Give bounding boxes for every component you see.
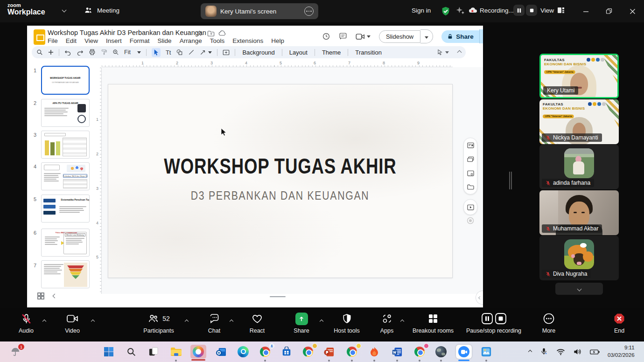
redo-icon[interactable]	[77, 49, 84, 56]
ai-companion-sparkle-icon[interactable]	[455, 6, 465, 15]
pause-recording-button[interactable]	[513, 5, 525, 16]
pill-more-icon[interactable]	[304, 7, 314, 16]
document-title[interactable]: Workshop Tugas Akhir D3 Perbankan dan Ke…	[48, 29, 206, 36]
slide-thumbnail-2[interactable]: APA ITU TUGAS AKHIR	[41, 99, 90, 127]
volume-icon[interactable]	[573, 348, 582, 355]
share-button[interactable]: Share	[441, 30, 479, 43]
collapse-toolbar-icon[interactable]	[457, 50, 462, 55]
menu-tools[interactable]: Tools	[209, 37, 226, 45]
stop-recording-icon[interactable]	[495, 313, 507, 325]
slide-thumbnail-7[interactable]	[41, 260, 90, 288]
tab-meeting[interactable]: Meeting	[84, 6, 119, 15]
menu-help[interactable]: Help	[270, 37, 285, 45]
slideshow-dropdown[interactable]	[420, 29, 433, 43]
background-button[interactable]: Background	[240, 49, 276, 56]
scroll-participants-button[interactable]	[555, 283, 603, 295]
taskbar-task-view[interactable]	[146, 345, 161, 359]
taskbar-edge[interactable]	[235, 345, 251, 359]
strip-resize-handle[interactable]	[509, 172, 513, 189]
participant-tile-diva[interactable]: Diva Nugraha	[539, 236, 619, 280]
stop-recording-button[interactable]	[526, 5, 537, 16]
slide-thumbnail-6[interactable]: Fokus BAB 1 Pendahuluan Menulis Latar Be…	[41, 229, 90, 257]
participant-tile-kery[interactable]: FAKULTAS EKONOMI DAN BISNIS UPN "Veteran…	[539, 54, 619, 98]
arrow-tool[interactable]	[200, 49, 212, 56]
search-icon[interactable]	[36, 49, 43, 56]
minimize-button[interactable]	[580, 5, 592, 17]
taskbar-chrome-profile2[interactable]	[300, 345, 316, 359]
breakout-rooms-button[interactable]: Breakout rooms	[403, 312, 463, 334]
share-dropdown[interactable]	[479, 29, 483, 43]
text-tool[interactable]: Tt	[166, 49, 171, 56]
zoom-in-icon[interactable]	[112, 49, 119, 56]
current-slide[interactable]: WORKSHOP TUGAS AKHIR D3 PERBANKAN DAN KE…	[108, 84, 453, 278]
menu-extensions[interactable]: Extensions	[231, 37, 264, 45]
play-media-icon[interactable]	[467, 204, 474, 210]
version-history-icon[interactable]	[322, 32, 330, 41]
menu-file[interactable]: File	[47, 37, 59, 45]
battery-icon[interactable]	[590, 349, 600, 355]
taskbar-earth-app[interactable]	[433, 345, 449, 359]
taskbar-word[interactable]	[389, 345, 405, 359]
taskbar-clock[interactable]: 9:11 03/02/2026	[608, 344, 635, 359]
insert-textbox-icon[interactable]	[223, 49, 230, 56]
slide-canvas[interactable]: WORKSHOP TUGAS AKHIR D3 PERBANKAN DAN KE…	[102, 67, 483, 294]
layers-icon[interactable]	[467, 156, 474, 162]
wifi-icon[interactable]	[556, 348, 565, 355]
video-options-chevron[interactable]	[91, 316, 94, 325]
print-icon[interactable]	[89, 49, 96, 56]
taskbar-chrome-profile1[interactable]	[257, 345, 273, 359]
taskbar-search[interactable]	[123, 345, 139, 359]
move-folder-icon[interactable]	[207, 30, 215, 37]
taskbar-copilot[interactable]	[190, 345, 206, 359]
participant-tile-adinda[interactable]: adinda farhana	[539, 145, 619, 189]
taskbar-outlook[interactable]	[213, 345, 229, 359]
tray-app-umbrella[interactable]: 1	[7, 345, 23, 359]
taskbar-start-button[interactable]	[101, 345, 117, 359]
workspace-chevron-down-icon[interactable]	[62, 8, 67, 13]
slide-thumbnail-4[interactable]: Perbedaan TA D3 dan Skripsi S1	[41, 162, 90, 190]
taskbar-zoom[interactable]	[456, 345, 472, 359]
slide-thumbnail-3[interactable]	[41, 131, 90, 159]
participant-tile-nickya[interactable]: FAKULTAS EKONOMI DAN BISNIS UPN "Veteran…	[539, 99, 619, 144]
mic-in-use-icon[interactable]	[539, 348, 548, 356]
record-dot-icon[interactable]	[467, 217, 474, 224]
folder-icon[interactable]	[467, 184, 474, 190]
star-icon[interactable]	[196, 30, 203, 37]
menu-insert[interactable]: Insert	[105, 37, 123, 45]
menu-arrange[interactable]: Arrange	[179, 37, 203, 45]
shapes-tool-icon[interactable]	[176, 49, 183, 56]
notes-resize-handle[interactable]	[270, 296, 286, 297]
taskbar-file-explorer[interactable]	[168, 345, 184, 359]
slide-thumbnail-1[interactable]: WORKSHOP TUGAS AKHIR D3 PERBANKAN DAN KE…	[41, 66, 90, 95]
laser-pointer-tool[interactable]	[437, 49, 449, 56]
slideshow-button[interactable]: Slideshow	[379, 30, 420, 43]
slideshow-split-button[interactable]: Slideshow	[379, 29, 433, 43]
taskbar-photos[interactable]	[478, 345, 494, 359]
view-button[interactable]: View	[540, 7, 565, 14]
slide-subtitle[interactable]: D3 PERBANKAN DAN KEUANGAN	[191, 189, 370, 202]
theme-button[interactable]: Theme	[320, 49, 343, 56]
join-call-button[interactable]	[356, 33, 371, 40]
collapse-filmstrip-icon[interactable]	[53, 294, 57, 299]
pause-recording-icon[interactable]	[481, 313, 493, 325]
paint-format-icon[interactable]	[101, 49, 107, 56]
taskbar-nitro-pdf[interactable]	[366, 345, 382, 359]
transition-button[interactable]: Transition	[353, 49, 384, 56]
participant-tile-akbar[interactable]: Muhammad Akbar	[539, 190, 619, 235]
taskbar-powerpoint[interactable]	[321, 345, 337, 359]
undo-icon[interactable]	[64, 49, 71, 56]
close-button[interactable]	[626, 5, 638, 17]
menu-format[interactable]: Format	[129, 37, 151, 45]
line-tool-icon[interactable]	[188, 49, 195, 56]
menu-slide[interactable]: Slide	[157, 37, 173, 45]
share-split-button[interactable]: Share	[441, 29, 483, 43]
taskbar-chrome-profile4[interactable]	[412, 345, 427, 359]
security-shield-icon[interactable]	[441, 6, 451, 17]
pause-stop-recording-button[interactable]: Pause/stop recording	[463, 312, 524, 334]
slide-thumbnail-5[interactable]: Sistematika Penulisan Tugas Akhir	[41, 195, 90, 223]
more-button[interactable]: More	[518, 312, 579, 334]
restore-button[interactable]	[603, 5, 615, 17]
select-tool[interactable]	[152, 48, 161, 57]
comments-icon[interactable]	[339, 32, 347, 41]
zoom-menu-plus-icon[interactable]	[48, 49, 54, 55]
